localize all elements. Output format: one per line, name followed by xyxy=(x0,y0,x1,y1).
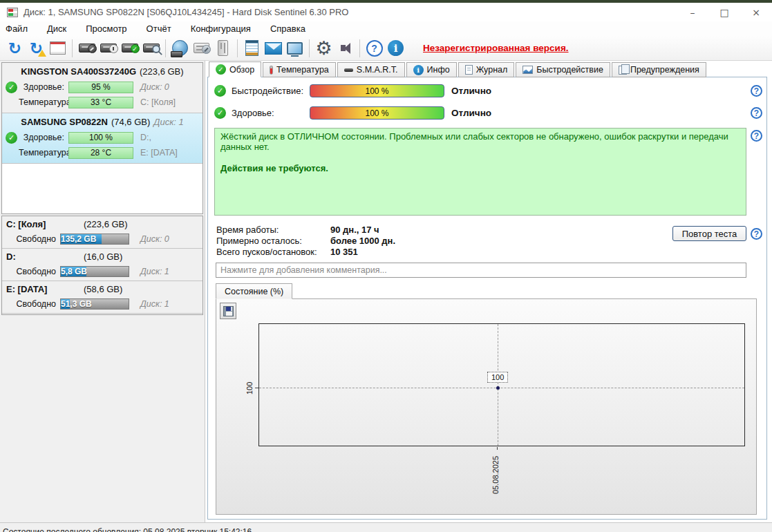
disk-test-ok-icon[interactable] xyxy=(119,37,140,59)
x-tick-mark xyxy=(497,447,498,450)
menu-help[interactable]: Справка xyxy=(270,22,315,35)
volume-label: E: [DATA] xyxy=(140,148,178,158)
disk-list-item-samsung[interactable]: SAMSUNG SP0822N (74,6 GB) Диск: 1 Здоров… xyxy=(2,113,203,164)
report-icon[interactable] xyxy=(47,37,68,59)
disk-number: Диск: 0 xyxy=(140,82,169,92)
help-icon[interactable] xyxy=(751,107,762,119)
sidebar: KINGSTON SA400S37240G (223,6 GB) Здоровь… xyxy=(0,61,205,522)
chart-tab-state[interactable]: Состояние (%) xyxy=(216,283,292,299)
document-icon xyxy=(465,65,473,75)
tab-overview[interactable]: Обзор xyxy=(209,61,261,77)
start-stop-count-label: Всего пусков/остановок: xyxy=(216,247,317,257)
check-icon xyxy=(216,64,226,75)
temperature-bar: 28 °C xyxy=(68,147,133,159)
maximize-button[interactable]: □ xyxy=(708,3,740,21)
menu-view[interactable]: Просмотр xyxy=(86,22,136,35)
close-button[interactable]: × xyxy=(740,3,772,21)
notes-icon[interactable] xyxy=(241,37,263,59)
disk-search-icon[interactable] xyxy=(140,37,162,59)
window-controls: – □ × xyxy=(677,3,772,21)
gridline-date xyxy=(498,324,498,446)
toolbar-separator xyxy=(72,39,73,57)
settings-gear-icon[interactable] xyxy=(313,37,335,59)
unregistered-version-link[interactable]: Незарегистрированная версия. xyxy=(423,43,569,53)
estimated-remaining-value: более 1000 дн. xyxy=(330,236,395,246)
tab-info[interactable]: Инфо xyxy=(406,62,457,77)
health-label: Здоровье: xyxy=(232,108,304,118)
health-label: Здоровье: xyxy=(19,133,64,142)
help-icon[interactable] xyxy=(364,37,385,59)
last-update-text: Состояние последнего обновления: 05.08.2… xyxy=(3,527,252,532)
disk-hardware-icon[interactable] xyxy=(212,37,234,59)
menu-configuration[interactable]: Конфигурация xyxy=(191,22,261,35)
pages-icon xyxy=(619,66,627,75)
email-icon[interactable] xyxy=(263,37,284,59)
refresh-icon[interactable] xyxy=(4,37,26,59)
partition-list: C: [Коля] (223,6 GB) Свободно 135,2 GB Д… xyxy=(1,216,203,315)
status-message-box: Жёсткий диск в ОТЛИЧНОМ состоянии. Пробл… xyxy=(214,128,746,216)
free-label: Свободно xyxy=(2,267,56,276)
partition-size: (58,6 GB) xyxy=(84,281,122,297)
tab-temperature[interactable]: Температура xyxy=(263,62,336,77)
status-message-line2: Действия не требуются. xyxy=(220,163,740,173)
disk-list: KINGSTON SA400S37240G (223,6 GB) Здоровь… xyxy=(1,62,203,214)
drive-icon xyxy=(344,68,353,72)
tab-smart[interactable]: S.M.A.R.T. xyxy=(337,62,405,77)
remote-monitor-icon[interactable] xyxy=(284,37,305,59)
temperature-bar: 33 °C xyxy=(68,97,133,108)
help-icon[interactable] xyxy=(751,130,762,142)
temperature-label: Температура: xyxy=(19,97,64,107)
disk-name: SAMSUNG SP0822N xyxy=(21,117,108,127)
menu-bar: Файл Диск Просмотр Отчёт Конфигурация Сп… xyxy=(0,21,772,36)
disk-name: KINGSTON SA400S37240G xyxy=(21,66,136,77)
retest-button[interactable]: Повтор теста xyxy=(672,226,746,241)
info-icon[interactable] xyxy=(385,37,406,59)
window-title: Диск: 1, SAMSUNG SP0822N [S06QJ10L434245… xyxy=(23,7,348,17)
health-status: Отлично xyxy=(451,108,491,118)
health-row: Здоровье: 100 % Отлично xyxy=(214,106,491,120)
disk-number: Диск: 0 xyxy=(140,234,169,244)
data-point xyxy=(496,386,500,390)
partition-item-c[interactable]: C: [Коля] (223,6 GB) Свободно 135,2 GB Д… xyxy=(2,216,203,249)
free-space-bar: 51,3 GB xyxy=(60,298,129,310)
volume-label: D:, xyxy=(140,133,151,142)
partition-item-e[interactable]: E: [DATA] (58,6 GB) Свободно 51,3 GB Дис… xyxy=(2,281,203,314)
save-chart-button[interactable] xyxy=(220,303,236,319)
menu-report[interactable]: Отчёт xyxy=(147,22,181,35)
help-icon[interactable] xyxy=(751,85,762,97)
state-chart-panel: 100 100 05.08.2025 xyxy=(216,298,757,515)
health-bar: 95 % xyxy=(68,82,133,93)
toolbar-separator xyxy=(237,39,238,57)
performance-gauge: 100 % xyxy=(310,84,444,97)
toolbar: Незарегистрированная версия. xyxy=(0,36,772,61)
sounds-icon[interactable] xyxy=(335,37,356,59)
disk-size: (74,6 GB) xyxy=(111,117,150,127)
tab-log[interactable]: Журнал xyxy=(458,62,515,77)
minimize-button[interactable]: – xyxy=(677,3,708,21)
title-bar[interactable]: Диск: 1, SAMSUNG SP0822N [S06QJ10L434245… xyxy=(0,3,772,21)
chart-plot-area: 100 xyxy=(258,323,745,446)
tab-alerts[interactable]: Предупреждения xyxy=(612,62,706,77)
disk-number: Диск: 1 xyxy=(140,267,169,276)
chart-icon xyxy=(522,66,533,74)
status-message-line1: Жёсткий диск в ОТЛИЧНОМ состоянии. Пробл… xyxy=(220,131,740,152)
tab-performance[interactable]: Быстродействие xyxy=(516,62,610,77)
disk-network-icon[interactable] xyxy=(169,37,191,59)
comment-input[interactable] xyxy=(216,263,746,278)
refresh-warning-icon[interactable] xyxy=(26,37,47,59)
partition-size: (223,6 GB) xyxy=(84,216,128,232)
partition-item-d[interactable]: D: (16,0 GB) Свободно 5,8 GB Диск: 1 xyxy=(2,249,203,281)
x-axis-date-label: 05.08.2025 xyxy=(491,456,500,494)
partition-name: D: xyxy=(6,249,16,265)
help-icon[interactable] xyxy=(751,228,762,240)
menu-disk[interactable]: Диск xyxy=(47,22,76,35)
disk-gauge-icon[interactable] xyxy=(76,37,97,59)
disk-tools-icon[interactable] xyxy=(191,37,212,59)
save-icon xyxy=(223,306,234,316)
toolbar-separator xyxy=(165,39,166,57)
disk-size: (223,6 GB) xyxy=(140,66,184,77)
disk-list-item-kingston[interactable]: KINGSTON SA400S37240G (223,6 GB) Здоровь… xyxy=(2,63,203,113)
disk-clock-icon[interactable] xyxy=(97,37,119,59)
health-label: Здоровье: xyxy=(19,82,64,92)
menu-file[interactable]: Файл xyxy=(6,22,37,35)
